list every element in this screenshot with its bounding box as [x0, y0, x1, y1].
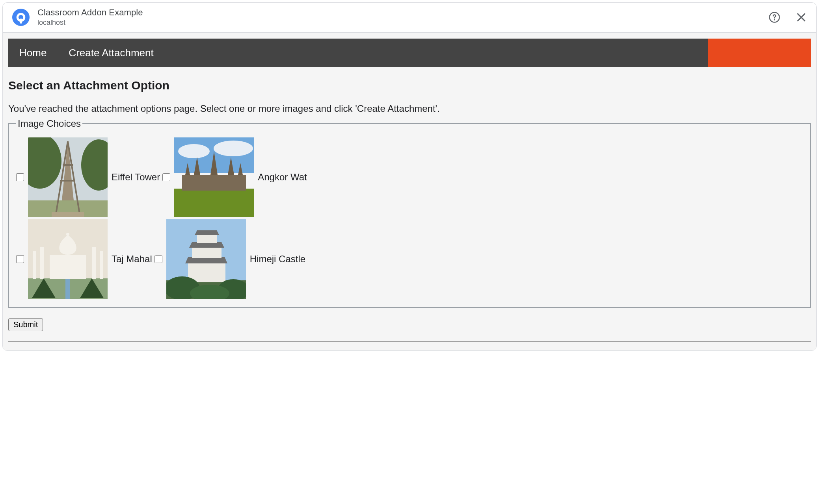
checkbox-angkor-wat[interactable]	[162, 173, 170, 181]
svg-point-5	[774, 19, 775, 20]
svg-point-19	[214, 141, 253, 156]
modal-content: Home Create Attachment Select an Attachm…	[3, 33, 816, 350]
divider	[8, 341, 811, 342]
svg-rect-20	[174, 189, 254, 217]
svg-marker-45	[195, 230, 219, 235]
image-choices-fieldset: Image Choices	[8, 118, 811, 308]
choice-label: Angkor Wat	[258, 172, 307, 183]
svg-rect-3	[20, 19, 22, 23]
help-button[interactable]	[767, 10, 782, 24]
taj-mahal-image	[28, 219, 108, 299]
checkbox-eiffel-tower[interactable]	[16, 173, 24, 181]
angkor-wat-image	[174, 137, 254, 217]
svg-rect-32	[40, 247, 44, 279]
svg-rect-44	[197, 234, 217, 243]
himeji-castle-image	[166, 219, 246, 299]
svg-rect-34	[33, 251, 36, 279]
addon-logo-icon	[12, 9, 30, 26]
svg-rect-21	[182, 175, 246, 191]
svg-rect-35	[100, 251, 103, 279]
navbar: Home Create Attachment	[8, 39, 811, 67]
nav-home[interactable]: Home	[8, 39, 58, 67]
choice-eiffel-tower[interactable]: Eiffel Tower	[16, 137, 160, 217]
svg-marker-43	[189, 242, 224, 248]
choice-label: Himeji Castle	[250, 254, 305, 265]
svg-rect-29	[65, 278, 70, 299]
close-icon	[795, 11, 807, 23]
close-button[interactable]	[794, 10, 808, 24]
svg-rect-33	[92, 247, 96, 279]
nav-accent-block	[708, 39, 811, 67]
choice-label: Taj Mahal	[112, 254, 152, 265]
svg-rect-30	[50, 255, 86, 279]
svg-point-31	[66, 233, 69, 236]
choice-label: Eiffel Tower	[112, 172, 160, 183]
addon-modal: Classroom Addon Example localhost	[2, 2, 817, 351]
checkbox-taj-mahal[interactable]	[16, 255, 24, 263]
choice-angkor-wat[interactable]: Angkor Wat	[162, 137, 307, 217]
modal-titlebar: Classroom Addon Example localhost	[3, 3, 816, 33]
svg-point-18	[178, 144, 210, 158]
modal-subtitle: localhost	[37, 19, 143, 27]
page-description: You've reached the attachment options pa…	[8, 103, 811, 114]
eiffel-tower-image	[28, 137, 108, 217]
svg-rect-42	[192, 247, 222, 258]
page-heading: Select an Attachment Option	[8, 79, 811, 92]
svg-marker-41	[185, 257, 227, 263]
help-icon	[769, 11, 780, 23]
choice-taj-mahal[interactable]: Taj Mahal	[16, 219, 152, 299]
nav-create-attachment[interactable]: Create Attachment	[58, 39, 164, 67]
modal-title: Classroom Addon Example	[37, 7, 143, 18]
choice-himeji-castle[interactable]: Himeji Castle	[154, 219, 305, 299]
submit-button[interactable]: Submit	[8, 318, 43, 331]
svg-rect-16	[52, 212, 84, 217]
image-choices-legend: Image Choices	[16, 118, 82, 129]
checkbox-himeji-castle[interactable]	[154, 255, 162, 263]
